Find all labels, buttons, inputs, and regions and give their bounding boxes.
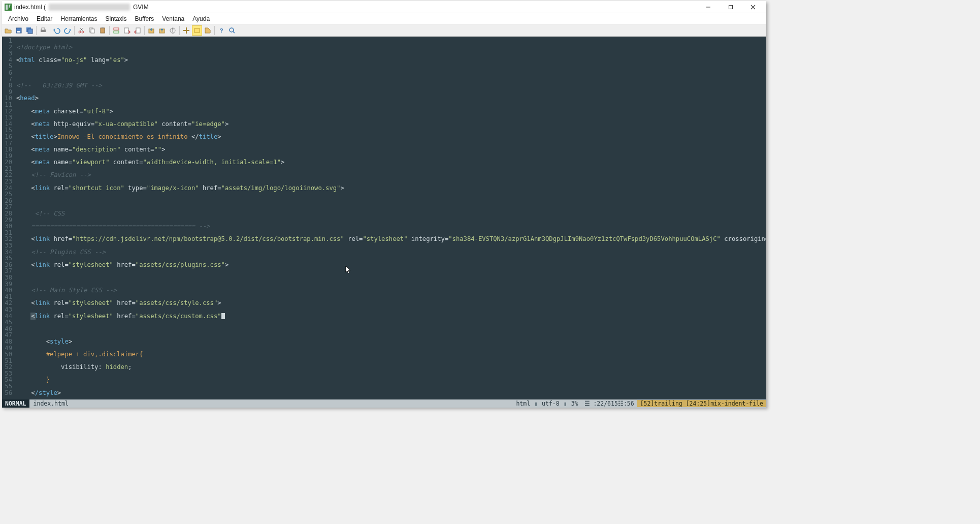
help-button[interactable]: ?	[216, 25, 226, 36]
findprev-button[interactable]	[133, 25, 143, 36]
svg-rect-22	[136, 28, 140, 33]
svg-rect-16	[91, 29, 94, 33]
status-percent: 3%	[568, 400, 581, 407]
status-warnings: [52]trailing [24:25]mix-indent-file	[637, 400, 766, 407]
loadsession-button[interactable]	[146, 25, 156, 36]
svg-text:?: ?	[220, 27, 223, 34]
svg-line-30	[233, 32, 235, 33]
editor-area[interactable]: 1234567891011121314151617181920212223242…	[2, 37, 766, 399]
make-button[interactable]	[181, 25, 191, 36]
undo-button[interactable]	[52, 25, 62, 36]
app-icon	[4, 3, 12, 11]
status-filename: index.html	[29, 400, 73, 407]
open-button[interactable]	[3, 25, 13, 36]
code-content[interactable]: <!doctype html> <html class="no-js" lang…	[14, 37, 766, 399]
toolbar: ?	[2, 24, 766, 37]
findhelp-button[interactable]	[227, 25, 237, 36]
statusline: NORMAL index.html html ▮ utf-8 ▮ 3% ☰ :2…	[2, 399, 766, 408]
close-button[interactable]	[742, 1, 764, 13]
menu-editar[interactable]: Editar	[32, 14, 56, 23]
window-title-suffix: GVIM	[133, 4, 149, 11]
menu-ayuda[interactable]: Ayuda	[188, 14, 214, 23]
gvim-window: index.html ( GVIM Archivo Editar Herrami…	[2, 1, 766, 408]
paste-button[interactable]	[97, 25, 108, 36]
window-title-prefix: index.html (	[14, 4, 46, 11]
maximize-button[interactable]	[720, 1, 742, 13]
svg-rect-8	[28, 29, 32, 34]
svg-rect-19	[114, 28, 119, 30]
svg-rect-6	[17, 31, 20, 33]
svg-rect-27	[194, 28, 200, 33]
status-filetype: html	[513, 400, 533, 407]
menu-sintaxis[interactable]: Sintaxis	[101, 14, 130, 23]
copy-button[interactable]	[87, 25, 97, 36]
window-title-redacted	[49, 4, 130, 11]
svg-rect-17	[101, 28, 105, 33]
print-button[interactable]	[38, 25, 48, 36]
runscript-button[interactable]	[168, 25, 178, 36]
menubar: Archivo Editar Herramientas Sintaxis Buf…	[2, 13, 766, 24]
redo-button[interactable]	[62, 25, 73, 36]
svg-rect-2	[729, 5, 733, 9]
save-button[interactable]	[14, 25, 24, 36]
shell-button[interactable]	[192, 25, 202, 36]
minimize-button[interactable]	[697, 1, 720, 13]
svg-point-12	[82, 31, 84, 33]
status-ruler: ☰ :22/615☷:56	[581, 400, 637, 407]
svg-rect-20	[114, 31, 119, 33]
status-mode: NORMAL	[2, 399, 29, 408]
cut-button[interactable]	[76, 25, 86, 36]
cursor	[221, 313, 225, 319]
svg-point-11	[79, 31, 81, 33]
svg-rect-21	[124, 28, 128, 33]
titlebar: index.html ( GVIM	[2, 1, 766, 13]
line-number-gutter: 1234567891011121314151617181920212223242…	[2, 37, 14, 399]
svg-rect-18	[102, 27, 104, 28]
menu-buffers[interactable]: Buffers	[130, 14, 158, 23]
svg-point-29	[230, 28, 234, 32]
saveall-button[interactable]	[24, 25, 35, 36]
savesession-button[interactable]	[157, 25, 167, 36]
svg-rect-10	[42, 28, 45, 30]
replace-button[interactable]	[111, 25, 121, 36]
menu-herramientas[interactable]: Herramientas	[56, 14, 101, 23]
svg-point-26	[172, 28, 174, 29]
tags-button[interactable]	[203, 25, 213, 36]
menu-ventana[interactable]: Ventana	[158, 14, 188, 23]
menu-archivo[interactable]: Archivo	[4, 14, 32, 23]
findnext-button[interactable]	[122, 25, 132, 36]
status-encoding: utf-8	[539, 400, 563, 407]
